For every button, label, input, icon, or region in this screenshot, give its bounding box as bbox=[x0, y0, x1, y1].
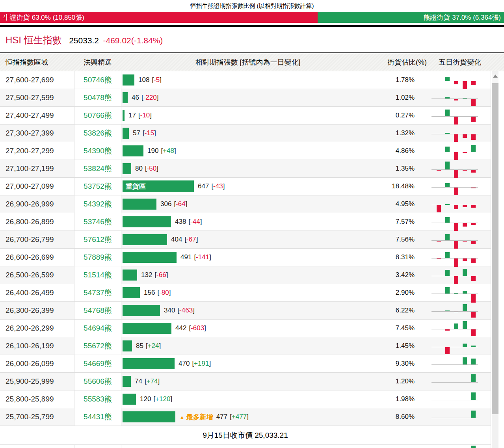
featured-code-link[interactable]: 54737熊 bbox=[84, 288, 112, 298]
featured-code-link[interactable]: 54669熊 bbox=[84, 359, 112, 369]
spark-bar bbox=[463, 98, 467, 99]
spark-bar bbox=[471, 117, 476, 122]
table-row: 26,900-26,99954392熊306-644.95% bbox=[0, 195, 491, 213]
featured-code-link[interactable]: 53752熊 bbox=[84, 181, 112, 191]
outstanding-pct: 7.45% bbox=[374, 320, 418, 337]
volume-bar bbox=[123, 145, 143, 156]
one-day-change: -64 bbox=[174, 200, 187, 208]
spark-bar bbox=[463, 258, 467, 261]
volume-bar bbox=[123, 270, 137, 281]
index-range: 27,100-27,199 bbox=[0, 160, 74, 177]
table-row: 27,100-27,19953824熊80-501.35% bbox=[0, 160, 491, 178]
featured-code-link[interactable]: 55583熊 bbox=[84, 394, 112, 404]
featured-code-link[interactable]: 57889熊 bbox=[84, 252, 112, 262]
sparkline-baseline bbox=[431, 418, 478, 418]
volume-bar bbox=[123, 163, 131, 174]
five-day-sparkline bbox=[418, 160, 491, 177]
five-day-sparkline bbox=[418, 195, 491, 213]
page-title: 恒指牛熊證期指張數比例 (以相對期指張數計算) bbox=[0, 0, 504, 12]
featured-code-link[interactable]: 55672熊 bbox=[84, 341, 112, 351]
featured-code-link[interactable]: 57612熊 bbox=[84, 234, 112, 245]
featured-code-link[interactable]: 54390熊 bbox=[84, 146, 112, 156]
five-day-sparkline bbox=[418, 266, 491, 284]
featured-code-cell: 50478熊 bbox=[74, 89, 121, 106]
five-day-sparkline bbox=[418, 302, 491, 319]
volume-bar bbox=[123, 74, 134, 86]
featured-code-link[interactable]: 51514熊 bbox=[84, 270, 112, 280]
contracts-value: 85 bbox=[136, 342, 143, 350]
volume-bar bbox=[123, 234, 167, 245]
header-featured-code: 法興精選 bbox=[74, 58, 121, 67]
contracts-value: 477 bbox=[216, 413, 227, 421]
featured-code-link[interactable]: 53746熊 bbox=[84, 217, 112, 227]
page: 恒指牛熊證期指張數比例 (以相對期指張數計算) 牛證街貨 63.0% (10,8… bbox=[0, 0, 504, 448]
contracts-cell: 重貨區647-43 bbox=[121, 178, 374, 195]
featured-code-link[interactable]: 50766熊 bbox=[84, 110, 112, 121]
contracts-cell: 80-50 bbox=[121, 160, 374, 177]
contracts-cell: 470+191 bbox=[121, 355, 374, 372]
contracts-value: 190 bbox=[147, 147, 158, 155]
index-range: 26,900-26,999 bbox=[0, 195, 74, 213]
five-day-sparkline bbox=[418, 213, 491, 231]
five-day-sparkline bbox=[418, 320, 491, 337]
spark-bar bbox=[463, 81, 467, 89]
featured-code-link[interactable]: 53824熊 bbox=[84, 164, 112, 174]
contracts-value: 442 bbox=[175, 324, 186, 332]
featured-code-link[interactable]: 53826熊 bbox=[84, 128, 112, 138]
table-row: 25,900-25,99955606熊74+741.20% bbox=[0, 373, 491, 390]
spark-bar bbox=[445, 133, 450, 134]
one-day-change: -67 bbox=[184, 236, 198, 244]
spark-bar bbox=[471, 258, 476, 263]
outstanding-pct: 9.30% bbox=[374, 355, 418, 372]
spark-bar bbox=[454, 312, 458, 312]
volume-bar bbox=[123, 394, 136, 405]
spark-bar bbox=[471, 329, 476, 336]
spark-bar bbox=[463, 344, 467, 347]
featured-code-link[interactable]: 54392熊 bbox=[84, 199, 112, 209]
featured-code-link[interactable]: 54431熊 bbox=[84, 412, 112, 422]
spark-bar bbox=[445, 252, 450, 258]
sparkline-baseline bbox=[431, 382, 478, 383]
featured-code-link[interactable]: 54694熊 bbox=[84, 323, 112, 333]
one-day-change: -463 bbox=[177, 307, 195, 314]
contracts-value: 491 bbox=[180, 253, 192, 261]
spark-bar bbox=[463, 170, 467, 171]
featured-code-link[interactable]: 55606熊 bbox=[84, 376, 112, 387]
contracts-cell: 306-64 bbox=[121, 195, 374, 213]
one-day-change: +74 bbox=[145, 377, 160, 385]
table-row: 26,200-26,29954694熊442-6037.45% bbox=[0, 320, 491, 337]
one-day-change: -15 bbox=[143, 129, 156, 137]
featured-code-link[interactable]: 50478熊 bbox=[84, 93, 112, 103]
featured-code-cell: 50766熊 bbox=[74, 107, 121, 124]
one-day-change: -66 bbox=[154, 271, 168, 279]
spark-bar bbox=[454, 258, 458, 267]
scroll-up-arrow-icon[interactable] bbox=[492, 74, 498, 84]
contracts-value: 470 bbox=[179, 360, 190, 368]
bull-segment: 牛證街貨 63.0% (10,850張) bbox=[0, 12, 318, 23]
featured-code-link[interactable]: 50746熊 bbox=[84, 75, 112, 85]
scrollbar[interactable] bbox=[492, 71, 498, 448]
spark-bar bbox=[437, 258, 441, 259]
bear-label: 熊證街貨 37.0% (6,364張) bbox=[423, 13, 501, 22]
scrollbar-thumb[interactable] bbox=[492, 83, 498, 414]
featured-code-link[interactable]: 54768熊 bbox=[84, 305, 112, 316]
volume-bar bbox=[123, 305, 160, 316]
header-outstanding: 街貨佔比(%) bbox=[374, 58, 427, 67]
spark-bar bbox=[463, 291, 467, 294]
spark-bar bbox=[445, 147, 450, 152]
contracts-cell: 85+24 bbox=[121, 337, 374, 355]
index-range: 27,600-27,699 bbox=[0, 71, 74, 89]
outstanding-pct: 1.32% bbox=[374, 125, 418, 142]
spark-bar bbox=[445, 204, 450, 205]
spark-bar bbox=[463, 241, 467, 242]
spark-bar bbox=[463, 223, 467, 227]
outstanding-pct: 4.95% bbox=[374, 195, 418, 213]
contracts-cell: 108-5 bbox=[121, 71, 374, 89]
contracts-cell: 156-80 bbox=[121, 284, 374, 301]
spark-bar bbox=[445, 287, 450, 294]
index-price: 25033.2 bbox=[69, 36, 99, 45]
outstanding-pct: 8.60% bbox=[374, 408, 418, 426]
sparkline-baseline bbox=[431, 400, 478, 400]
close-price-text: 9月15日收市價 25,033.21 bbox=[203, 430, 288, 441]
max-new-label: 最多新增 bbox=[179, 413, 213, 422]
